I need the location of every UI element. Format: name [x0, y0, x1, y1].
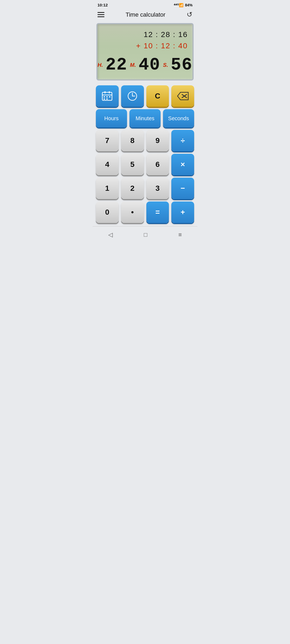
key-2[interactable]: 2: [121, 178, 144, 199]
svg-rect-1: [104, 91, 106, 93]
clear-button[interactable]: C: [146, 85, 169, 107]
key-equals[interactable]: =: [146, 202, 169, 223]
status-bar: 10:12 ⁴⁴ᴳ📶 84%: [93, 0, 197, 9]
key-1[interactable]: 1: [96, 178, 119, 199]
key-row-6: 0 • = +: [96, 202, 194, 223]
key-6[interactable]: 6: [146, 154, 169, 175]
time: 10:12: [97, 3, 108, 7]
result-h-label: H.: [97, 62, 103, 68]
key-9[interactable]: 9: [146, 130, 169, 151]
svg-rect-8: [106, 98, 108, 100]
history-button[interactable]: ↺: [187, 10, 193, 19]
key-row-5: 1 2 3 −: [96, 178, 194, 199]
key-row-1: C: [96, 85, 194, 107]
key-row-2: Hours Minutes Seconds: [96, 109, 194, 127]
app-title: Time calculator: [126, 11, 165, 18]
key-8[interactable]: 8: [121, 130, 144, 151]
calendar-button[interactable]: [96, 85, 119, 107]
nav-back-button[interactable]: ◁: [103, 230, 118, 239]
display-result: H. 22 M. 40 S. 56: [102, 56, 188, 74]
svg-rect-6: [109, 96, 110, 97]
backspace-icon: [177, 92, 189, 100]
seconds-button[interactable]: Seconds: [163, 109, 194, 127]
clock-icon: [127, 90, 138, 102]
key-0[interactable]: 0: [96, 202, 119, 223]
minutes-button[interactable]: Minutes: [129, 109, 161, 127]
result-h-value: 22: [106, 56, 127, 74]
seconds-label: Seconds: [168, 115, 189, 122]
result-s-value: 56: [171, 56, 193, 74]
result-s-label: S.: [163, 62, 168, 68]
minutes-label: Minutes: [136, 115, 154, 122]
clear-label: C: [155, 92, 160, 100]
clock-button[interactable]: [121, 85, 144, 107]
key-minus[interactable]: −: [171, 178, 194, 199]
backspace-button[interactable]: [171, 85, 194, 107]
hours-button[interactable]: Hours: [96, 109, 127, 127]
key-row-4: 4 5 6 ×: [96, 154, 194, 175]
key-plus[interactable]: +: [171, 202, 194, 223]
svg-rect-2: [109, 91, 110, 93]
result-m-value: 40: [139, 56, 160, 74]
calendar-icon: [102, 90, 113, 102]
key-multiply[interactable]: ×: [171, 154, 194, 175]
key-5[interactable]: 5: [121, 154, 144, 175]
status-right: ⁴⁴ᴳ📶 84%: [174, 3, 193, 7]
svg-rect-7: [104, 98, 105, 100]
top-bar: Time calculator ↺: [93, 9, 197, 21]
hours-label: Hours: [104, 115, 118, 122]
key-divide[interactable]: ÷: [171, 130, 194, 151]
svg-rect-4: [104, 96, 105, 97]
key-7[interactable]: 7: [96, 130, 119, 151]
nav-menu-button[interactable]: ≡: [173, 230, 187, 239]
display-line2: + 10 : 12 : 40: [102, 40, 188, 52]
result-m-label: M.: [130, 62, 136, 68]
nav-home-button[interactable]: □: [138, 230, 153, 239]
svg-rect-5: [106, 96, 108, 97]
display-line1: 12 : 28 : 16: [102, 29, 188, 40]
key-dot[interactable]: •: [121, 202, 144, 223]
display-lines: 12 : 28 : 16 + 10 : 12 : 40: [102, 29, 188, 52]
menu-button[interactable]: [97, 12, 104, 17]
calculator-display: 12 : 28 : 16 + 10 : 12 : 40 H. 22 M. 40 …: [96, 23, 194, 80]
nav-bar: ◁ □ ≡: [93, 226, 197, 244]
signal-icon: ⁴⁴ᴳ📶: [174, 3, 183, 7]
key-4[interactable]: 4: [96, 154, 119, 175]
key-row-3: 7 8 9 ÷: [96, 130, 194, 151]
keypad: C Hours Minutes Seconds 7 8 9: [93, 85, 197, 226]
battery: 84%: [185, 3, 193, 7]
key-3[interactable]: 3: [146, 178, 169, 199]
